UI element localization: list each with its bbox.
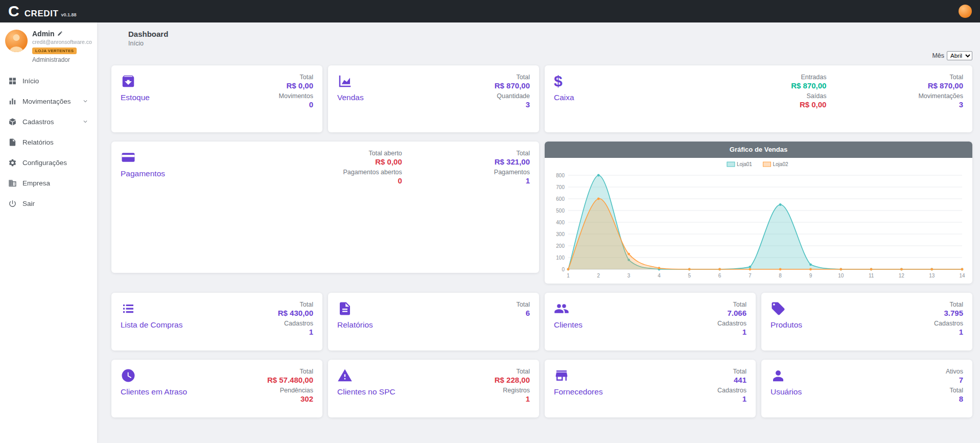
month-label: Mês <box>932 52 944 59</box>
edit-profile-icon[interactable] <box>57 30 63 38</box>
stat-value: 0 <box>343 176 402 185</box>
stat-value: 0 <box>279 100 313 109</box>
area-chart-icon <box>337 74 353 89</box>
svg-text:Loja01: Loja01 <box>737 161 752 167</box>
sidebar-item-sair[interactable]: Sair <box>5 193 92 214</box>
stat-label: Quantidade <box>495 92 530 100</box>
svg-text:8: 8 <box>779 273 782 278</box>
vendas-link[interactable]: Vendas <box>337 93 364 102</box>
stat-label: Ativos <box>946 368 963 375</box>
clientes-no-spc-link[interactable]: Clientes no SPC <box>337 387 395 397</box>
card-usuarios: Usuários Ativos 7 Total 8 <box>761 360 972 417</box>
sidebar-item-empresa[interactable]: Empresa <box>5 173 92 193</box>
sidebar-item-configuracoes[interactable]: Configurações <box>5 152 92 173</box>
fornecedores-link[interactable]: Fornecedores <box>554 387 603 397</box>
svg-text:12: 12 <box>899 273 905 278</box>
sidebar-item-cadastros[interactable]: Cadastros <box>5 111 92 132</box>
stat-label: Total <box>946 387 963 394</box>
warning-icon <box>337 368 353 383</box>
page-title: Dashboard <box>128 30 972 38</box>
sidebar-item-label: Movimentações <box>22 98 71 105</box>
produtos-link[interactable]: Produtos <box>771 320 802 330</box>
stat-label: Pagamentos abertos <box>343 169 402 176</box>
clientes-link[interactable]: Clientes <box>554 320 582 330</box>
clock-icon <box>121 368 136 383</box>
stat-value: 1 <box>934 328 963 336</box>
svg-text:800: 800 <box>556 173 565 178</box>
sidebar: Admin credit@anronsoftware.co... LOJA VE… <box>0 22 97 430</box>
store-badge: LOJA VERTENTES <box>32 48 77 54</box>
stat-label: Movimentos <box>279 92 313 100</box>
svg-text:100: 100 <box>556 255 565 261</box>
stat-value: 302 <box>267 394 313 403</box>
list-icon <box>121 301 136 316</box>
breadcrumb[interactable]: Início <box>128 40 972 47</box>
svg-text:11: 11 <box>869 273 874 278</box>
credit-card-icon <box>121 150 136 165</box>
card-fornecedores: Fornecedores Total 441 Cadastros 1 <box>545 360 756 417</box>
card-caixa: $ Caixa Entradas R$ 870,00 Saídas R$ 0,0… <box>545 65 972 132</box>
card-estoque: Estoque Total R$ 0,00 Movimentos 0 <box>111 65 322 132</box>
svg-text:600: 600 <box>556 196 565 202</box>
grid-icon <box>8 77 17 85</box>
card-vendas: Vendas Total R$ 870,00 Quantidade 3 <box>328 65 539 132</box>
svg-text:5: 5 <box>688 273 691 278</box>
card-pagamentos: Pagamentos Total aberto R$ 0,00 Pagament… <box>111 142 539 273</box>
estoque-link[interactable]: Estoque <box>121 93 150 102</box>
relatorios-link[interactable]: Relatórios <box>337 320 373 330</box>
svg-text:200: 200 <box>556 243 565 249</box>
sidebar-item-label: Relatórios <box>22 138 54 146</box>
stat-label: Total <box>267 368 313 375</box>
stat-value: 3.795 <box>934 309 963 317</box>
sidebar-item-label: Configurações <box>22 159 67 167</box>
sidebar-item-movimentacoes[interactable]: Movimentações <box>5 91 92 111</box>
stat-label: Total <box>494 150 530 157</box>
svg-text:1: 1 <box>567 273 570 278</box>
sales-chart: 0100200300400500600700800123456789101112… <box>545 158 972 284</box>
stat-label: Entradas <box>791 74 826 81</box>
svg-text:2: 2 <box>597 273 600 278</box>
svg-text:0: 0 <box>562 267 565 272</box>
card-lista-de-compras: Lista de Compras Total R$ 430,00 Cadastr… <box>111 293 322 351</box>
caixa-link[interactable]: Caixa <box>554 93 574 102</box>
svg-text:400: 400 <box>556 220 565 225</box>
chart-title: Gráfico de Vendas <box>545 142 972 158</box>
usuarios-link[interactable]: Usuários <box>771 387 802 397</box>
sidebar-menu: Início Movimentações Cadastros Relatório… <box>5 71 92 214</box>
sidebar-item-label: Cadastros <box>22 118 54 126</box>
card-clientes: Clientes Total 7.066 Cadastros 1 <box>545 293 756 351</box>
stat-label: Total <box>278 301 313 308</box>
user-panel: Admin credit@anronsoftware.co... LOJA VE… <box>5 30 92 63</box>
stat-value: 7 <box>946 376 963 384</box>
stat-label: Total <box>934 301 963 308</box>
power-icon <box>8 199 17 208</box>
stat-value: 1 <box>278 328 313 336</box>
app-brand[interactable]: C CREDIT v0.1.88 <box>8 0 77 22</box>
chevron-down-icon <box>82 118 89 125</box>
stat-label: Cadastros <box>934 320 963 327</box>
stat-value: 6 <box>517 309 530 317</box>
svg-text:6: 6 <box>718 273 721 278</box>
lista-de-compras-link[interactable]: Lista de Compras <box>121 320 182 330</box>
chevron-down-icon <box>82 98 89 105</box>
svg-text:Loja02: Loja02 <box>773 161 788 167</box>
topbar-avatar-button[interactable] <box>959 5 972 18</box>
stat-label: Cadastros <box>717 320 746 327</box>
month-select[interactable]: Abril <box>947 51 972 60</box>
stat-value: 441 <box>717 376 746 384</box>
people-icon <box>554 301 569 316</box>
sidebar-item-label: Empresa <box>22 179 50 187</box>
cards-grid: Estoque Total R$ 0,00 Movimentos 0 Venda… <box>111 65 972 417</box>
pagamentos-link[interactable]: Pagamentos <box>121 169 165 178</box>
sidebar-item-relatorios[interactable]: Relatórios <box>5 132 92 152</box>
stat-value: R$ 430,00 <box>278 309 313 317</box>
svg-text:300: 300 <box>556 231 565 237</box>
clientes-em-atraso-link[interactable]: Clientes em Atraso <box>121 387 187 397</box>
store-icon <box>554 368 569 383</box>
stat-value: 1 <box>717 328 746 336</box>
svg-text:10: 10 <box>838 273 844 278</box>
stat-label: Registros <box>495 387 530 394</box>
stat-value: 7.066 <box>717 309 746 317</box>
card-relatorios: Relatórios Total 6 <box>328 293 539 351</box>
sidebar-item-inicio[interactable]: Início <box>5 71 92 91</box>
